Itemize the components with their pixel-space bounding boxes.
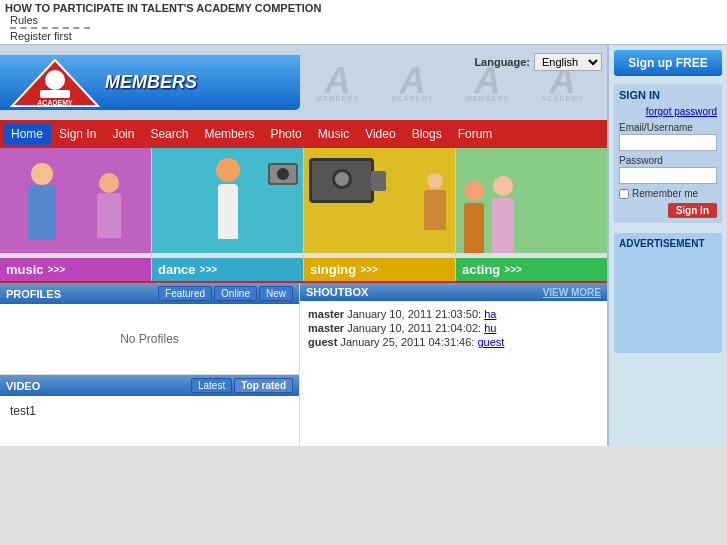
hero-acting-label: acting >>> — [456, 258, 607, 281]
svg-point-1 — [45, 70, 65, 90]
profiles-title: PROFILES — [6, 288, 61, 300]
two-col: PROFILES Featured Online New No Profiles — [0, 283, 607, 446]
shout-link-3[interactable]: guest — [477, 336, 504, 348]
acting-arrows: >>> — [504, 264, 522, 275]
profiles-tab-new[interactable]: New — [259, 286, 293, 301]
signin-panel: SIGN IN forgot password Email/Username P… — [614, 84, 722, 223]
profiles-section: PROFILES Featured Online New No Profiles — [0, 283, 299, 375]
nav-members[interactable]: Members — [196, 123, 262, 145]
video-item[interactable]: test1 — [10, 404, 289, 418]
nav-photo[interactable]: Photo — [262, 123, 309, 145]
dance-arrows: >>> — [200, 264, 218, 275]
signin-submit[interactable]: Sign In — [668, 203, 717, 218]
password-input[interactable] — [619, 167, 717, 184]
nav-bar: Home Sign In Join Search Members Photo M… — [0, 120, 607, 148]
video-title: VIDEO — [6, 380, 40, 392]
email-label: Email/Username — [619, 122, 717, 133]
header-blue-band: ACADEMY MEMBERS — [0, 55, 300, 110]
wm-6: A ACADEMY — [375, 63, 450, 102]
password-label: Password — [619, 155, 717, 166]
nav-search[interactable]: Search — [142, 123, 196, 145]
profiles-header: PROFILES Featured Online New — [0, 283, 299, 304]
remember-me-row: Remember me — [619, 188, 698, 199]
shout-user-1: master — [308, 308, 344, 320]
shout-link-2[interactable]: hu — [484, 322, 496, 334]
language-label: Language: — [474, 56, 530, 68]
shoutbox-header: SHOUTBOX view more — [300, 283, 607, 301]
nav-blogs[interactable]: Blogs — [404, 123, 450, 145]
shout-user-3: guest — [308, 336, 337, 348]
shoutbox-view-more[interactable]: view more — [543, 287, 601, 298]
profiles-tab-featured[interactable]: Featured — [158, 286, 212, 301]
shout-date-1: January 10, 2011 21:03:50: — [347, 308, 484, 320]
profiles-body: No Profiles — [0, 304, 299, 374]
video-tab-latest[interactable]: Latest — [191, 378, 232, 393]
remember-checkbox[interactable] — [619, 189, 629, 199]
shoutbox-section: SHOUTBOX view more master January 10, 20… — [300, 283, 607, 355]
music-arrows: >>> — [48, 264, 66, 275]
profiles-tabs: Featured Online New — [158, 286, 293, 301]
hero-dance[interactable]: dance >>> — [151, 148, 303, 281]
forgot-password-link[interactable]: forgot password — [646, 106, 717, 117]
singing-arrows: >>> — [360, 264, 378, 275]
right-column: SHOUTBOX view more master January 10, 20… — [300, 283, 607, 446]
nav-video[interactable]: Video — [357, 123, 403, 145]
shout-date-3: January 25, 2011 04:31:46: — [340, 336, 477, 348]
shout-entry-3: guest January 25, 2011 04:31:46: guest — [308, 336, 599, 348]
hero-acting[interactable]: acting >>> — [455, 148, 607, 281]
shout-entry-1: master January 10, 2011 21:03:50: ha — [308, 308, 599, 320]
left-column: PROFILES Featured Online New No Profiles — [0, 283, 300, 446]
nav-forum[interactable]: Forum — [450, 123, 501, 145]
shout-date-2: January 10, 2011 21:04:02: — [347, 322, 484, 334]
video-section: VIDEO Latest Top rated test1 — [0, 375, 299, 446]
advertisement-title: ADVERTISEMENT — [619, 238, 717, 249]
shoutbox-body: master January 10, 2011 21:03:50: ha mas… — [300, 301, 607, 355]
profiles-tab-online[interactable]: Online — [214, 286, 257, 301]
no-profiles: No Profiles — [120, 332, 179, 346]
hero-singing-label: singing >>> — [304, 258, 455, 281]
nav-music[interactable]: Music — [310, 123, 357, 145]
svg-rect-2 — [40, 90, 70, 98]
language-selector[interactable]: Language: English French Spanish — [474, 53, 602, 71]
shout-link-1[interactable]: ha — [484, 308, 496, 320]
nav-signin[interactable]: Sign In — [51, 123, 104, 145]
header-area: A MEMBERS A ACADEMY A MEMBERS A ACADEMY … — [0, 45, 607, 120]
advertisement-panel: ADVERTISEMENT — [614, 233, 722, 353]
hero-dance-label: dance >>> — [152, 258, 303, 281]
video-tabs: Latest Top rated — [191, 378, 293, 393]
top-banner-title: HOW TO PARTICIPATE IN TALENT'S ACADEMY C… — [5, 2, 722, 14]
signin-title: SIGN IN — [619, 89, 660, 101]
email-input[interactable] — [619, 134, 717, 151]
language-select[interactable]: English French Spanish — [534, 53, 602, 71]
video-header: VIDEO Latest Top rated — [0, 375, 299, 396]
shout-entry-2: master January 10, 2011 21:04:02: hu — [308, 322, 599, 334]
hero-music[interactable]: music >>> — [0, 148, 151, 281]
hero-music-label: music >>> — [0, 258, 151, 281]
svg-text:ACADEMY: ACADEMY — [37, 99, 73, 106]
remember-label: Remember me — [632, 188, 698, 199]
video-tab-toprated[interactable]: Top rated — [234, 378, 293, 393]
nav-join[interactable]: Join — [104, 123, 142, 145]
logo: ACADEMY — [10, 58, 100, 108]
top-banner-rules[interactable]: Rules — [10, 14, 722, 26]
video-body: test1 — [0, 396, 299, 446]
signup-button[interactable]: Sign up FREE — [614, 50, 722, 76]
nav-home[interactable]: Home — [3, 123, 51, 145]
right-sidebar: Sign up FREE SIGN IN forgot password Ema… — [607, 45, 727, 446]
top-banner-register[interactable]: Register first — [10, 30, 722, 42]
wm-5: A MEMBERS — [300, 63, 375, 102]
hero-singing[interactable]: singing >>> — [303, 148, 455, 281]
hero-row: music >>> dance >> — [0, 148, 607, 283]
shout-user-2: master — [308, 322, 344, 334]
shoutbox-title: SHOUTBOX — [306, 286, 368, 298]
top-banner: HOW TO PARTICIPATE IN TALENT'S ACADEMY C… — [0, 0, 727, 45]
